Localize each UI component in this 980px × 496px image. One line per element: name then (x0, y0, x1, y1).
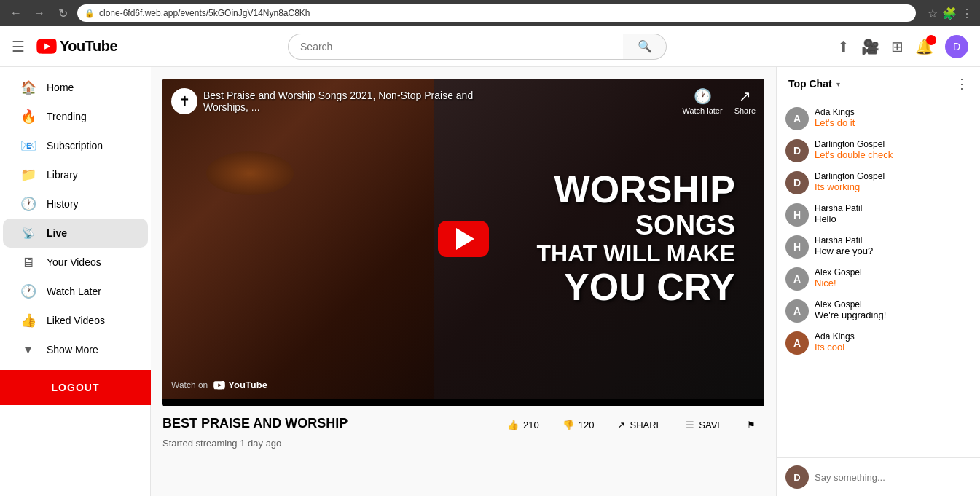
sidebar-label-watch-later: Watch Later (47, 286, 101, 297)
overlay-line3: THAT WILL MAKE (536, 241, 735, 267)
sidebar-label-liked-videos: Liked Videos (47, 315, 105, 326)
url-text: clone-6fd6f.web.app/events/5kGOinJgV14Ny… (99, 8, 310, 18)
apps-icon[interactable]: ⊞ (891, 38, 903, 55)
chat-username: Alex Gospel (815, 299, 971, 310)
url-bar[interactable]: 🔒 clone-6fd6f.web.app/events/5kGOinJgV14… (77, 4, 916, 22)
chat-messages: A Ada Kings Let's do it D Darlington Gos… (777, 101, 980, 457)
chat-avatar: A (785, 299, 809, 323)
camera-icon[interactable]: 🎥 (861, 38, 879, 55)
your-videos-icon: 🖥 (20, 255, 35, 270)
sidebar-label-trending: Trending (47, 111, 87, 122)
home-icon: 🏠 (20, 79, 35, 95)
bookmark-icon[interactable]: ☆ (928, 7, 938, 20)
chat-username: Harsha Patil (815, 203, 971, 213)
sidebar-label-home: Home (47, 82, 74, 93)
youtube-header: ☰ YouTube 🔍 ⬆ 🎥 ⊞ 🔔 D (0, 26, 980, 67)
share-video-button[interactable]: ↗ SHARE (608, 415, 671, 435)
header-center: 🔍 (117, 34, 837, 60)
chat-message-content: Harsha Patil Hello (815, 203, 971, 224)
video-title: BEST PRAISE AND WORSHIP (162, 416, 348, 431)
sidebar-item-your-videos[interactable]: 🖥 Your Videos (3, 248, 148, 277)
chat-message: D Darlington Gospel Its working (785, 171, 971, 194)
chat-avatar: A (785, 267, 809, 291)
sidebar-item-subscription[interactable]: 📧 Subscription (3, 131, 148, 160)
menu-icon[interactable]: ⋮ (961, 7, 973, 20)
video-bottom-bar: Watch on YouTube (171, 379, 267, 390)
flag-button[interactable]: ⚑ (738, 415, 764, 435)
chat-message: A Ada Kings Let's do it (785, 107, 971, 130)
chat-message: H Harsha Patil How are you? (785, 235, 971, 259)
video-meta: BEST PRAISE AND WORSHIP 👍 210 👎 120 ↗ SH… (162, 415, 764, 435)
sidebar-label-your-videos: Your Videos (47, 256, 101, 268)
browser-bar: ← → ↻ 🔒 clone-6fd6f.web.app/events/5kGOi… (0, 0, 980, 26)
search-button[interactable]: 🔍 (623, 34, 667, 60)
chat-message-content: Ada Kings Let's do it (815, 107, 971, 128)
chat-more-button[interactable]: ⋮ (955, 76, 968, 92)
chat-avatar: A (785, 107, 809, 130)
sidebar-label-show-more: Show More (47, 344, 98, 355)
chat-avatar: A (785, 331, 809, 355)
logout-button[interactable]: LOGOUT (0, 370, 151, 405)
sidebar-item-watch-later[interactable]: 🕐 Watch Later (3, 277, 148, 306)
dislike-count: 120 (579, 420, 595, 430)
share-label: Share (734, 106, 756, 115)
lock-icon: 🔒 (85, 9, 95, 18)
share-icon: ↗ (739, 87, 751, 105)
hamburger-menu[interactable]: ☰ (12, 38, 25, 55)
chat-username: Alex Gospel (815, 267, 971, 277)
like-icon: 👍 (507, 420, 519, 430)
video-timestamp: Started streaming 1 day ago (162, 438, 764, 449)
watch-on-logo[interactable]: YouTube (213, 379, 267, 390)
watch-later-btn[interactable]: 🕐 Watch later (682, 87, 722, 115)
play-button[interactable] (438, 221, 489, 257)
back-button[interactable]: ← (7, 7, 25, 20)
video-player[interactable]: WORSHIP SONGS THAT WILL MAKE YOU CRY ✝ B… (162, 79, 764, 406)
chat-avatar: H (785, 235, 809, 259)
chat-avatar: D (785, 139, 809, 162)
overlay-line2: SONGS (536, 211, 735, 242)
chat-username: Harsha Patil (815, 235, 971, 245)
notifications-icon[interactable]: 🔔 (915, 38, 933, 55)
sidebar-label-live: Live (47, 227, 67, 239)
chat-message-content: Alex Gospel Nice! (815, 267, 971, 288)
reload-button[interactable]: ↻ (54, 7, 71, 20)
sidebar-item-live[interactable]: 📡 Live (3, 219, 148, 248)
flag-icon: ⚑ (747, 420, 756, 430)
sidebar-label-history: History (47, 198, 79, 210)
sidebar-item-show-more[interactable]: ▾ Show More (3, 335, 148, 364)
video-actions: 👍 210 👎 120 ↗ SHARE ☰ SAVE (498, 415, 764, 435)
user-avatar[interactable]: D (945, 35, 968, 58)
sidebar-item-home[interactable]: 🏠 Home (3, 73, 148, 102)
sidebar-item-history[interactable]: 🕐 History (3, 189, 148, 219)
upload-icon[interactable]: ⬆ (837, 38, 850, 55)
watch-on-yt-icon (213, 381, 225, 390)
chat-text: Let's do it (815, 117, 971, 128)
subscription-icon: 📧 (20, 138, 35, 154)
main-layout: 🏠 Home 🔥 Trending 📧 Subscription 📁 Libra… (0, 67, 980, 496)
overlay-line4: YOU CRY (536, 267, 735, 308)
watch-later-label: Watch later (682, 106, 722, 115)
search-bar: 🔍 (288, 34, 667, 60)
chat-input[interactable] (815, 472, 971, 483)
library-icon: 📁 (20, 167, 35, 183)
trending-icon: 🔥 (20, 109, 35, 125)
share-btn[interactable]: ↗ Share (734, 87, 756, 115)
sidebar-item-liked-videos[interactable]: 👍 Liked Videos (3, 306, 148, 335)
search-input[interactable] (288, 34, 623, 60)
chat-header: Top Chat ▾ ⋮ (777, 67, 980, 101)
sidebar-item-library[interactable]: 📁 Library (3, 160, 148, 189)
forward-button[interactable]: → (31, 7, 48, 20)
chat-dropdown-arrow[interactable]: ▾ (836, 80, 840, 88)
chat-text: How are you? (815, 245, 971, 256)
dislike-button[interactable]: 👎 120 (554, 415, 603, 435)
save-button[interactable]: ☰ SAVE (677, 415, 732, 435)
chat-username: Darlington Gospel (815, 139, 971, 149)
chat-message-content: Darlington Gospel Its working (815, 171, 971, 192)
overlay-line1: WORSHIP (536, 169, 735, 210)
watch-on-text: Watch on (171, 380, 208, 390)
sidebar-item-trending[interactable]: 🔥 Trending (3, 102, 148, 131)
like-button[interactable]: 👍 210 (498, 415, 548, 435)
youtube-logo[interactable]: YouTube (36, 38, 117, 55)
extension-icon[interactable]: 🧩 (942, 7, 957, 20)
chat-input-avatar: D (785, 465, 809, 489)
